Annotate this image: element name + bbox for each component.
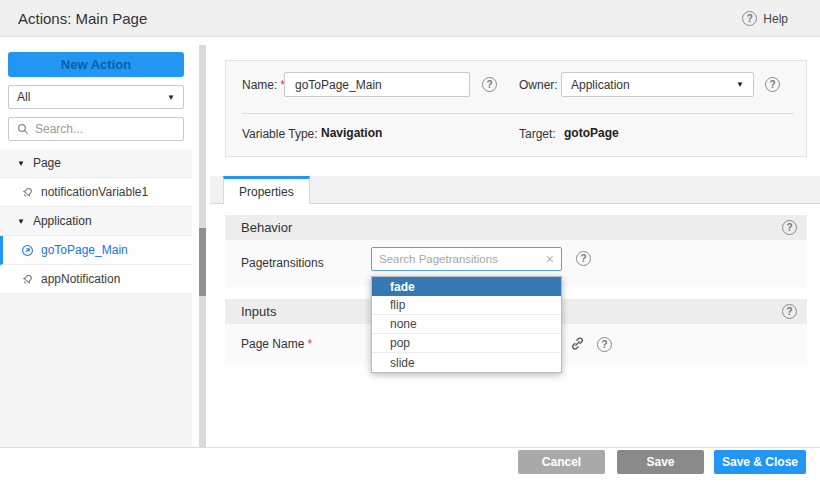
save-button[interactable]: Save — [617, 450, 704, 474]
help-link[interactable]: ? Help — [742, 0, 788, 37]
sidebar-controls: New Action All ▼ — [0, 37, 192, 149]
name-help-icon[interactable]: ? — [482, 77, 497, 92]
tab-strip: Properties — [210, 176, 820, 204]
page-name-label: Page Name* — [241, 337, 312, 351]
target-value: gotoPage — [564, 126, 619, 140]
page-name-help-icon[interactable]: ? — [597, 337, 612, 352]
sidebar-scrollbar-track[interactable] — [199, 45, 206, 447]
action-summary-panel: Name:* ? Owner:* Application ▼ ? Variabl… — [225, 60, 807, 157]
tree-expand-icon[interactable]: ▼ — [17, 217, 25, 226]
pagetransitions-dropdown-list: fade flip none pop slide — [371, 276, 562, 373]
dropdown-option-none[interactable]: none — [372, 315, 561, 334]
panel-divider — [242, 113, 794, 114]
dropdown-option-slide[interactable]: slide — [372, 353, 561, 372]
pagetransitions-help-icon[interactable]: ? — [576, 251, 591, 266]
tree-item-label: goToPage_Main — [41, 243, 128, 257]
name-field[interactable] — [284, 72, 470, 97]
behavior-section-header: Behavior ? — [225, 215, 807, 240]
tree-item-label: notificationVariable1 — [41, 185, 148, 199]
owner-help-icon[interactable]: ? — [765, 77, 780, 92]
tree-item-notificationvariable1[interactable]: notificationVariable1 — [0, 178, 192, 207]
owner-dropdown[interactable]: Application ▼ — [561, 72, 754, 97]
actions-sidebar: New Action All ▼ ▼ Page — [0, 37, 192, 447]
actions-tree: ▼ Page notificationVariable1 ▼ Applicati… — [0, 149, 192, 294]
sidebar-scrollbar-thumb[interactable] — [199, 228, 206, 296]
filter-value: All — [17, 90, 30, 104]
notification-icon — [20, 272, 34, 286]
target-label: Target: — [519, 127, 556, 141]
new-action-button[interactable]: New Action — [8, 52, 184, 77]
variable-type-label: Variable Type: — [242, 127, 318, 141]
dropdown-option-flip[interactable]: flip — [372, 296, 561, 315]
sidebar-empty-area — [0, 294, 192, 448]
required-marker: * — [307, 337, 312, 351]
tab-label: Properties — [239, 185, 294, 199]
dropdown-option-pop[interactable]: pop — [372, 334, 561, 353]
tree-group-label: Application — [33, 214, 92, 228]
dropdown-option-fade[interactable]: fade — [372, 277, 561, 296]
navigation-icon — [20, 243, 34, 257]
behavior-help-icon[interactable]: ? — [782, 220, 797, 235]
tree-group-application[interactable]: ▼ Application — [0, 207, 192, 236]
tree-group-label: Page — [33, 156, 61, 170]
chevron-down-icon: ▼ — [167, 93, 175, 102]
page-title: Actions: Main Page — [18, 0, 147, 37]
action-detail-pane: Name:* ? Owner:* Application ▼ ? Variabl… — [210, 37, 820, 447]
owner-value: Application — [571, 78, 630, 92]
bind-link-icon[interactable] — [570, 336, 586, 352]
tree-expand-icon[interactable]: ▼ — [17, 159, 25, 168]
owner-label: Owner:* — [519, 78, 565, 92]
chevron-down-icon: ▼ — [736, 80, 744, 89]
help-icon[interactable]: ? — [742, 11, 757, 26]
title-bar: Actions: Main Page ? Help — [0, 0, 820, 37]
pagetransitions-search-input[interactable] — [379, 253, 542, 265]
inputs-section-title: Inputs — [241, 304, 276, 319]
filter-dropdown[interactable]: All ▼ — [8, 85, 184, 109]
search-icon — [16, 122, 30, 136]
tree-item-label: appNotification — [41, 272, 120, 286]
behavior-section-title: Behavior — [241, 220, 292, 235]
tree-item-gotopage-main[interactable]: goToPage_Main — [0, 236, 192, 265]
actions-editor-window: Actions: Main Page ? Help New Action All… — [0, 0, 820, 488]
cancel-button[interactable]: Cancel — [518, 450, 605, 474]
sidebar-search-box[interactable] — [8, 117, 184, 141]
inputs-help-icon[interactable]: ? — [782, 304, 797, 319]
pagetransitions-label: Pagetransitions — [241, 256, 324, 270]
pagetransitions-combobox[interactable]: × — [371, 247, 562, 271]
tab-properties[interactable]: Properties — [223, 176, 310, 204]
variable-type-value: Navigation — [321, 126, 382, 140]
tree-item-appnotification[interactable]: appNotification — [0, 265, 192, 294]
help-label[interactable]: Help — [763, 12, 788, 26]
save-and-close-button[interactable]: Save & Close — [714, 450, 806, 474]
sidebar-search-input[interactable] — [35, 122, 176, 136]
name-label: Name:* — [242, 78, 285, 92]
clear-icon[interactable]: × — [546, 252, 554, 266]
notification-icon — [20, 185, 34, 199]
tree-group-page[interactable]: ▼ Page — [0, 149, 192, 178]
footer-divider — [0, 447, 820, 448]
